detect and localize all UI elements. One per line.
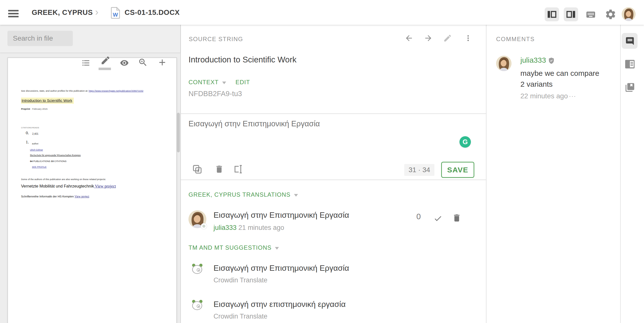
svg-text:W: W	[113, 12, 118, 18]
preview-scrollbar-thumb[interactable]	[177, 113, 180, 152]
add-string-icon[interactable]	[157, 58, 167, 68]
main-menu-icon[interactable]	[8, 10, 18, 17]
doc-title-highlighted-string[interactable]: Introduction to Scientific Work	[21, 98, 74, 104]
comments-header: COMMENTS	[496, 36, 535, 42]
doc-meta: Preprint · February 2015	[21, 108, 48, 110]
layout-right-icon	[566, 11, 576, 18]
doc-author-stats: 64 PUBLICATIONS 33 CITATIONS	[30, 160, 66, 162]
doc-author-affiliation-link[interactable]: Hochschule für angewandte Wissenschaften…	[30, 154, 81, 156]
translation-time: 21 minutes ago	[238, 224, 284, 231]
file-toolbar	[0, 25, 180, 52]
suggestion-text[interactable]: Εισαγωγή στην επιστημονική εργασία	[214, 300, 346, 309]
copy-source-icon[interactable]	[192, 164, 202, 175]
translation-votes-count: 0	[414, 212, 424, 221]
comment-time: 22 minutes ago	[520, 92, 568, 100]
translation-editor-panel: SOURCE STRING Introduction to Scientific…	[181, 25, 486, 323]
comment-author-link[interactable]: julia333	[520, 56, 546, 64]
topbar: GREEK, CYPRUS › W CS-01-15.DOCX	[0, 0, 644, 25]
more-options-icon[interactable]	[464, 34, 472, 44]
source-string-text: Introduction to Scientific Work	[188, 55, 296, 64]
char-counter: 31 · 34	[404, 164, 434, 176]
user-avatar[interactable]	[622, 7, 636, 21]
file-preview-panel: See discussions, stats, and author profi…	[0, 25, 181, 323]
suggestion-source: Crowdin Translate	[214, 276, 268, 284]
comment-text: maybe we can compare 2 variants	[520, 68, 604, 90]
comment-more-button[interactable]: ...	[569, 91, 576, 98]
divider	[181, 180, 486, 180]
translation-row-byline: julia333 21 minutes ago	[214, 224, 284, 232]
context-reader-tab-icon[interactable]	[625, 60, 635, 70]
translation-author-badge	[201, 223, 207, 229]
comments-tab-icon[interactable]	[625, 36, 634, 47]
breadcrumb-file[interactable]: CS-01-15.DOCX	[124, 8, 180, 16]
word-file-icon: W	[111, 7, 120, 20]
doc-citations-value: 0.	[26, 130, 29, 136]
grammarly-icon[interactable]: G	[460, 136, 471, 148]
strings-list-icon[interactable]	[81, 58, 91, 68]
delete-translation-icon[interactable]	[452, 213, 462, 224]
suggestion-text[interactable]: Εισαγωγή στην Επιστημονική Εργασία	[214, 264, 349, 273]
next-string-icon[interactable]	[424, 34, 433, 44]
select-text-icon[interactable]	[233, 164, 243, 175]
context-row: CONTEXTEDIT	[188, 79, 250, 86]
breadcrumb-chevron-icon: ›	[95, 6, 98, 18]
crowdin-translate-icon	[191, 263, 203, 276]
right-icon-rail	[621, 25, 644, 323]
suggestions-collapse-icon[interactable]	[275, 244, 279, 251]
terminology-tab-icon[interactable]	[625, 82, 635, 94]
translation-author-link[interactable]: julia333	[214, 224, 236, 231]
layout-left-icon	[548, 11, 556, 18]
breadcrumb-project[interactable]: GREEK, CYPRUS	[32, 8, 93, 16]
suggestions-section-header[interactable]: TM AND MT SUGGESTIONS	[188, 244, 279, 251]
divider	[181, 114, 486, 114]
save-button[interactable]: SAVE	[441, 162, 474, 178]
translation-row-text[interactable]: Εισαγωγή στην Επιστημονική Εργασία	[214, 210, 349, 220]
approve-translation-icon[interactable]	[432, 214, 443, 224]
edit-source-icon[interactable]	[443, 34, 452, 44]
doc-citations-header: CITATIONS	[21, 126, 32, 129]
translations-collapse-icon[interactable]	[294, 191, 298, 198]
context-edit-button[interactable]: EDIT	[236, 79, 250, 86]
doc-preface-link[interactable]: https://www.researchgate.net/publication…	[89, 90, 144, 92]
zoom-in-icon[interactable]	[138, 58, 148, 68]
doc-reads-header: READS	[32, 126, 39, 129]
comment-author-avatar	[496, 56, 512, 71]
comments-panel: COMMENTS julia333 maybe we can compare 2…	[486, 25, 621, 323]
context-dropdown[interactable]: CONTEXT	[188, 79, 219, 86]
doc-preface: See discussions, stats, and author profi…	[21, 90, 144, 92]
translations-section-header[interactable]: GREEK, CYPRUS TRANSLATIONS	[188, 191, 298, 198]
translate-mode-icon[interactable]	[100, 56, 111, 68]
doc-related-note: Some of the authors of this publication …	[21, 178, 106, 180]
translate-mode-active-indicator	[98, 68, 111, 70]
doc-project-2-link[interactable]: View project	[74, 195, 89, 198]
doc-author-label: author:	[32, 142, 39, 145]
crowdin-editor-window: GREEK, CYPRUS › W CS-01-15.DOCX	[0, 0, 644, 323]
translation-input[interactable]: Εισαγωγή στην Επιστημονική Εργασία	[188, 120, 461, 128]
clear-translation-icon[interactable]	[214, 164, 224, 175]
doc-reads-value: 2,401	[32, 132, 38, 135]
source-string-header: SOURCE STRING	[189, 36, 243, 42]
doc-project-1-link[interactable]: View project	[94, 184, 116, 188]
toggle-right-panel-button[interactable]	[564, 8, 578, 21]
keyboard-shortcuts-icon[interactable]	[584, 10, 597, 21]
verified-shield-icon	[548, 57, 555, 66]
doc-project-1: Vernetzte Mobilität und Fahrzeugtechnik …	[21, 184, 116, 189]
previous-string-icon[interactable]	[404, 34, 414, 44]
suggestion-source: Crowdin Translate	[214, 312, 268, 320]
doc-see-profile-link[interactable]: SEE PROFILE	[32, 166, 46, 168]
context-value: NFDBB2FA9-tu3	[188, 90, 242, 98]
doc-project-2: Schriftenreihe Informatik der HS Kempten…	[21, 195, 89, 198]
search-input[interactable]	[8, 31, 73, 46]
crowdin-translate-icon	[191, 299, 203, 312]
doc-author-index: 1.	[26, 140, 29, 145]
document-preview-page: See discussions, stats, and author profi…	[8, 58, 177, 323]
context-dropdown-arrow-icon[interactable]	[222, 81, 226, 85]
doc-author-name-link[interactable]: Ulrich Göhner	[30, 148, 43, 151]
preview-eye-icon[interactable]	[119, 58, 130, 68]
settings-gear-icon[interactable]	[604, 8, 616, 21]
toggle-left-panel-button[interactable]	[545, 8, 559, 21]
